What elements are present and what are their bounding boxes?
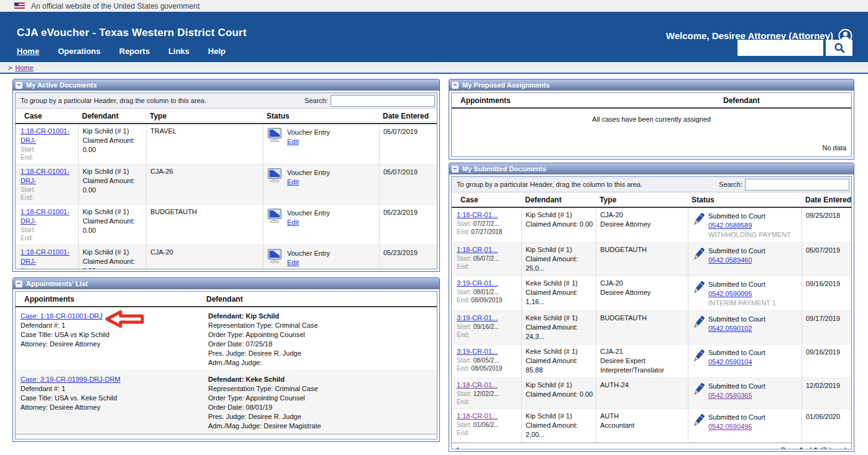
start-label: Start: [21,146,35,153]
pagination-bar: 1 Page1of1(2 items) [16,434,437,439]
case-link[interactable]: 3:19-CR-01... [457,314,498,322]
nav-home[interactable]: Home [17,47,39,56]
date-entered: 01/06/2020 [802,409,851,442]
main-nav: Home Operations Reports Links Help [17,47,226,56]
claimed-amount: Claimed Amount: 24,3... [526,323,593,341]
column-defendant[interactable]: Defendant [203,295,437,304]
collapse-minus-icon[interactable]: − [452,166,459,173]
edit-link[interactable]: Edit [287,178,330,187]
column-appointments[interactable]: Appointments [452,96,720,105]
edit-link[interactable]: Edit [287,258,330,268]
pen-icon [692,280,705,296]
column-date-entered[interactable]: Date Entered [380,112,437,120]
group-by-bar[interactable]: To group by a particular Header, drag th… [16,93,437,109]
nav-reports[interactable]: Reports [119,47,150,56]
column-date-entered[interactable]: Date Entered [802,196,851,204]
collapse-minus-icon[interactable]: − [16,281,22,287]
voucher-number-link[interactable]: 0542.0590496 [708,422,765,431]
submitted-documents-search-input[interactable] [745,179,849,191]
pen-icon [692,348,705,364]
table-header: Appointments Defendant [16,292,437,307]
breadcrumb-home-link[interactable]: Home [15,64,33,71]
table-row: 3:19-CR-01... Start: 08/01/2... End: 08/… [452,276,851,311]
page-number-button[interactable]: 1 [456,446,460,450]
case-link[interactable]: 3:19-CR-01... [457,279,498,287]
status-text: Voucher Entry [287,249,330,258]
document-type: CJA-26 [150,167,260,176]
document-type: TRAVEL [150,127,260,136]
case-link[interactable]: 1:18-CR-01001-DRJ- [21,248,70,265]
column-type[interactable]: Type [147,112,263,120]
app-title: CJA eVoucher - Texas Western District Co… [17,27,247,39]
case-link[interactable]: 1:18-CR-01001-DRJ- [21,168,70,184]
panel-title: Appointments' List [26,280,88,287]
case-link[interactable]: 1:18-CR-01... [457,246,498,253]
claimed-amount: Claimed Amount: 0.00 [526,390,593,399]
collapse-minus-icon[interactable]: − [16,82,22,89]
claimed-amount: Claimed Amount: 0.00 [83,217,144,235]
claimed-amount: Claimed Amount: 25,0... [526,255,593,273]
date-entered: 05/23/2019 [380,205,437,245]
header-search-button[interactable] [826,40,852,56]
active-documents-search-input[interactable] [331,95,435,107]
status-text: Submitted to Court [708,348,765,358]
usa-banner: An official website of the United States… [0,0,868,12]
case-link[interactable]: Case: 3:19-CR-01999-DRJ-DRM [21,376,121,383]
case-link[interactable]: Case: 1:18-CR-01001-DRJ [21,312,103,320]
column-type[interactable]: Type [596,196,688,204]
nav-help[interactable]: Help [208,47,226,56]
table-header: Case Defendant Type Status Date Entered [452,192,851,208]
order-type: Order Type: Appointing Counsel [208,330,434,340]
adm-mag-judge: Adm./Mag Judge: Desiree Magistrate [208,421,434,431]
claimed-amount: Claimed Amount: 1,16... [526,288,593,307]
document-type: CJA-20 [600,210,685,220]
collapse-minus-icon[interactable]: − [452,82,459,89]
payment-note: INTERIM PAYMENT 1 [708,299,776,308]
column-case[interactable]: Case [452,196,522,204]
pen-icon [692,246,705,263]
table-row: 1:18-CR-01... Start: 05/07/2... End: Kip… [452,243,851,276]
edit-link[interactable]: Edit [287,137,330,146]
column-status[interactable]: Status [263,112,380,120]
nav-operations[interactable]: Operations [58,47,101,56]
pagination-bar: 1 Page1of1(7 items) [452,443,851,449]
defendant-name: Keke Schild (# 1) [526,347,593,356]
panel-my-submitted-documents: − My Submitted Documents To group by a p… [449,163,854,452]
voucher-number-link[interactable]: 0542.0590102 [708,324,765,333]
representation-type: Representation Type: Criminal Case [208,321,434,330]
page-number-button[interactable]: 1 [20,438,24,440]
case-link[interactable]: 3:19-CR-01... [457,348,498,355]
table-row: 1:18-CR-01001-DRJ- Start: End: Kip Schil… [16,205,437,245]
voucher-number-link[interactable]: 0542.0589460 [708,256,765,265]
defendant-name: Kip Schild (# 1) [526,412,593,421]
payment-note: WITHHOLDING PAYMENT [708,230,791,240]
case-link[interactable]: 1:18-CR-01... [457,412,498,420]
voucher-number-link[interactable]: 0542.0590095 [708,289,776,299]
group-by-bar[interactable]: To group by a particular Header, drag th… [452,177,851,192]
column-defendant[interactable]: Defendant [522,196,596,204]
claimed-amount: Claimed Amount: 0.00 [526,220,593,229]
edit-link[interactable]: Edit [287,218,330,227]
order-date: Order Date: 08/01/19 [208,403,434,412]
column-status[interactable]: Status [688,196,802,204]
end-label: End: [21,154,34,161]
no-data-label: No data [452,144,851,156]
case-link[interactable]: 1:18-CR-01001-DRJ- [21,127,70,144]
date-entered: 05/07/2019 [802,243,851,276]
column-appointments[interactable]: Appointments [16,295,203,304]
voucher-number-link[interactable]: 0542.0590365 [708,391,765,400]
header-search-input[interactable] [738,40,823,56]
case-link[interactable]: 1:18-CR-01... [457,381,498,389]
nav-links[interactable]: Links [168,47,190,56]
case-link[interactable]: 1:18-CR-01001-DRJ- [21,208,70,225]
date-entered: 09/25/2018 [802,208,851,242]
case-link[interactable]: 1:18-CR-01... [457,211,498,218]
column-case[interactable]: Case [16,112,79,120]
column-defendant[interactable]: Defendant [79,112,147,120]
voucher-number-link[interactable]: 0542.0590104 [708,358,765,367]
column-defendant[interactable]: Defendant [720,96,851,105]
voucher-number-link[interactable]: 0542.0588589 [708,221,791,230]
group-hint: To group by a particular Header, drag th… [457,181,642,188]
panel-title: My Submitted Documents [462,165,546,173]
date-entered: 09/16/2019 [802,276,851,310]
